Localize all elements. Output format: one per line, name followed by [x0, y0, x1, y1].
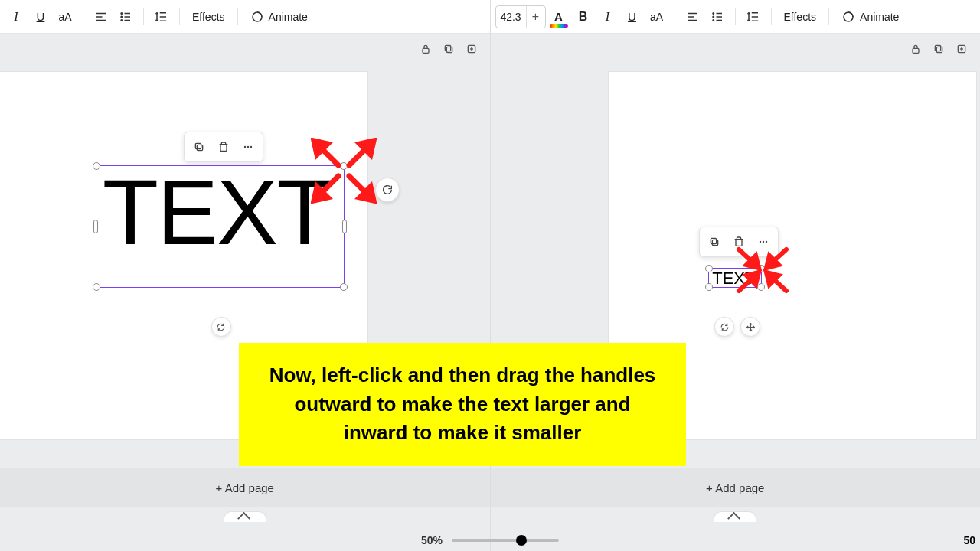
trash-icon[interactable]	[212, 135, 235, 158]
separator	[771, 8, 772, 25]
text-case-button[interactable]: aA	[54, 5, 77, 29]
svg-rect-52	[713, 240, 718, 245]
animate-button[interactable]: Animate	[835, 5, 905, 29]
svg-point-3	[121, 12, 122, 14]
text-element-selected[interactable]: TEXT	[96, 165, 345, 288]
svg-rect-48	[935, 45, 940, 51]
spacing-icon	[155, 10, 168, 24]
svg-rect-14	[446, 47, 452, 52]
list-button[interactable]	[706, 5, 729, 29]
lock-icon[interactable]	[418, 41, 433, 57]
rotate-button[interactable]	[375, 178, 400, 202]
italic-button[interactable]: I	[596, 5, 619, 29]
duplicate-page-icon[interactable]	[441, 41, 456, 57]
context-toolbar	[184, 132, 263, 162]
duplicate-icon[interactable]	[188, 135, 211, 158]
shrink-arrows-annotation	[730, 242, 795, 298]
move-button[interactable]	[740, 317, 760, 337]
svg-rect-53	[711, 238, 717, 243]
font-size-value[interactable]: 42.3	[496, 6, 527, 28]
page-tab-handle[interactable]	[714, 511, 756, 522]
resize-handle-br[interactable]	[340, 283, 348, 291]
svg-point-5	[121, 19, 122, 21]
svg-rect-19	[197, 145, 202, 150]
sync-icon	[216, 322, 226, 332]
resize-handle-bl[interactable]	[93, 283, 100, 291]
zoom-slider[interactable]	[452, 539, 559, 542]
sync-button[interactable]	[714, 317, 734, 337]
font-size-plus[interactable]: +	[527, 10, 545, 24]
toolbar-left: I U aA Effects Animate	[0, 0, 490, 34]
animate-label: Animate	[269, 11, 308, 23]
text-color-button[interactable]: A	[547, 5, 570, 29]
underline-button[interactable]: U	[29, 5, 52, 29]
add-page-button[interactable]: + Add page	[216, 481, 274, 494]
separator	[237, 8, 238, 25]
effects-button[interactable]: Effects	[778, 11, 823, 23]
zoom-slider-knob[interactable]	[516, 535, 527, 546]
svg-rect-13	[423, 48, 429, 53]
resize-handle-tl[interactable]	[93, 162, 100, 170]
animate-label: Animate	[860, 11, 899, 23]
duplicate-icon[interactable]	[703, 230, 726, 253]
spacing-button[interactable]	[150, 5, 173, 29]
add-page-bar: + Add page	[491, 468, 981, 507]
list-icon	[710, 10, 724, 24]
resize-handle-bl[interactable]	[705, 283, 713, 291]
svg-point-22	[244, 146, 246, 148]
separator	[735, 8, 736, 25]
separator	[179, 8, 180, 25]
toolbar-right: 42.3 + A B I U aA Effects	[491, 0, 981, 34]
svg-point-23	[247, 146, 249, 148]
color-spectrum-icon	[550, 24, 568, 28]
more-icon[interactable]	[237, 135, 260, 158]
effects-button[interactable]: Effects	[186, 11, 231, 23]
zoom-control[interactable]: 50%	[421, 534, 559, 546]
underline-button[interactable]: U	[621, 5, 644, 29]
move-icon	[746, 322, 756, 332]
svg-rect-46	[913, 48, 919, 53]
font-size-control[interactable]: 42.3 +	[495, 5, 546, 28]
resize-handle-left[interactable]	[93, 220, 98, 233]
add-page-icon[interactable]	[954, 41, 969, 57]
separator	[828, 8, 829, 25]
align-button[interactable]	[90, 5, 113, 29]
align-button[interactable]	[681, 5, 704, 29]
bold-button[interactable]: B	[572, 5, 595, 29]
svg-point-36	[713, 12, 714, 14]
sync-icon	[720, 322, 730, 332]
list-button[interactable]	[114, 5, 137, 29]
resize-handle-right[interactable]	[342, 220, 347, 233]
add-page-icon[interactable]	[464, 41, 479, 57]
spacing-icon	[746, 10, 760, 24]
svg-point-37	[713, 16, 714, 18]
zoom-level-label: 50%	[421, 534, 443, 546]
instruction-callout: Now, left-click and then drag the handle…	[239, 343, 686, 466]
animate-button[interactable]: Animate	[244, 5, 314, 29]
sync-button[interactable]	[211, 317, 231, 337]
canvas-area-left[interactable]: TEXT	[0, 34, 490, 551]
expand-arrows-annotation	[311, 138, 377, 204]
separator	[143, 8, 144, 25]
text-color-glyph: A	[554, 10, 563, 23]
svg-rect-15	[445, 45, 450, 51]
text-case-button[interactable]: aA	[645, 5, 668, 29]
svg-rect-21	[220, 145, 227, 152]
page-actions	[908, 41, 969, 57]
animate-icon	[841, 10, 855, 24]
separator	[83, 8, 83, 25]
align-icon	[94, 10, 108, 24]
add-page-button[interactable]: + Add page	[706, 481, 764, 494]
duplicate-page-icon[interactable]	[931, 41, 946, 57]
zoom-label-partial: 50	[963, 534, 975, 546]
rotate-icon	[381, 184, 394, 196]
text-content[interactable]: TEXT	[96, 166, 344, 258]
page-tab-handle[interactable]	[224, 511, 266, 522]
page-actions	[418, 41, 479, 57]
canvas-area-right[interactable]: TEXT	[491, 34, 981, 551]
add-page-bar: + Add page	[0, 468, 490, 507]
svg-point-24	[250, 146, 252, 148]
italic-button[interactable]: I	[5, 5, 28, 29]
spacing-button[interactable]	[742, 5, 765, 29]
lock-icon[interactable]	[908, 41, 923, 57]
